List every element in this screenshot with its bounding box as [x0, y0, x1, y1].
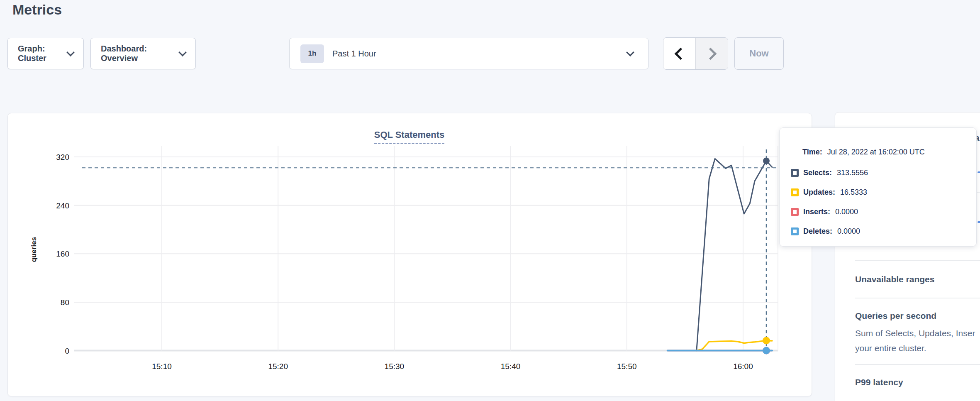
- tooltip-series-row: Selects: 313.5556: [791, 168, 976, 178]
- tooltip-time-row: Time: Jul 28, 2022 at 16:02:00 UTC: [802, 147, 976, 157]
- sidebar-stat-p99-latency: P99 latency: [855, 377, 903, 387]
- chart-title[interactable]: SQL Statements: [374, 130, 445, 144]
- chevron-down-icon: [626, 48, 634, 56]
- time-next-button[interactable]: [695, 38, 728, 69]
- time-range-badge: 1h: [300, 44, 324, 63]
- chevron-down-icon: [178, 48, 187, 56]
- clipped-link-fragment: [978, 171, 980, 173]
- chart-tooltip: Time: Jul 28, 2022 at 16:02:00 UTC Selec…: [779, 127, 977, 247]
- tooltip-series-row: Inserts: 0.0000: [791, 207, 976, 217]
- time-prev-button[interactable]: [663, 38, 695, 69]
- graph-dropdown[interactable]: Graph: Cluster: [7, 38, 84, 69]
- inserts-swatch-icon: [791, 208, 799, 216]
- tooltip-time-value: Jul 28, 2022 at 16:02:00 UTC: [827, 148, 925, 156]
- sidebar-stat-unavailable-ranges: Unavailable ranges: [855, 274, 934, 284]
- sidebar-stat-queries-per-second: Queries per second: [855, 311, 936, 321]
- divider: [855, 364, 980, 365]
- now-button[interactable]: Now: [734, 37, 784, 70]
- clipped-link-fragment: [978, 221, 980, 223]
- divider: [855, 260, 980, 261]
- updates-swatch-icon: [791, 188, 799, 196]
- time-range-picker[interactable]: 1h Past 1 Hour: [289, 38, 648, 69]
- tooltip-time-label: Time:: [802, 148, 822, 156]
- chevron-down-icon: [66, 48, 75, 56]
- sql-statements-chart-card: [7, 113, 812, 396]
- divider: [855, 298, 980, 298]
- dashboard-dropdown[interactable]: Dashboard: Overview: [90, 38, 196, 69]
- tooltip-series-row: Updates: 16.5333: [791, 187, 976, 197]
- time-pager: [663, 37, 728, 70]
- dashboard-dropdown-label: Dashboard: Overview: [101, 44, 180, 63]
- chevron-left-icon: [675, 47, 687, 60]
- time-range-label: Past 1 Hour: [332, 49, 627, 59]
- page-title: Metrics: [12, 2, 62, 18]
- divider: [977, 192, 980, 193]
- selects-swatch-icon: [791, 169, 799, 177]
- chevron-right-icon: [705, 47, 717, 60]
- graph-dropdown-label: Graph: Cluster: [18, 44, 68, 63]
- tooltip-series-row: Deletes: 0.0000: [791, 226, 976, 236]
- deletes-swatch-icon: [791, 227, 799, 235]
- metrics-page: Metrics Graph: Cluster Dashboard: Overvi…: [0, 0, 980, 401]
- sidebar-stat-description: Sum of Selects, Updates, Inser your enti…: [855, 326, 975, 356]
